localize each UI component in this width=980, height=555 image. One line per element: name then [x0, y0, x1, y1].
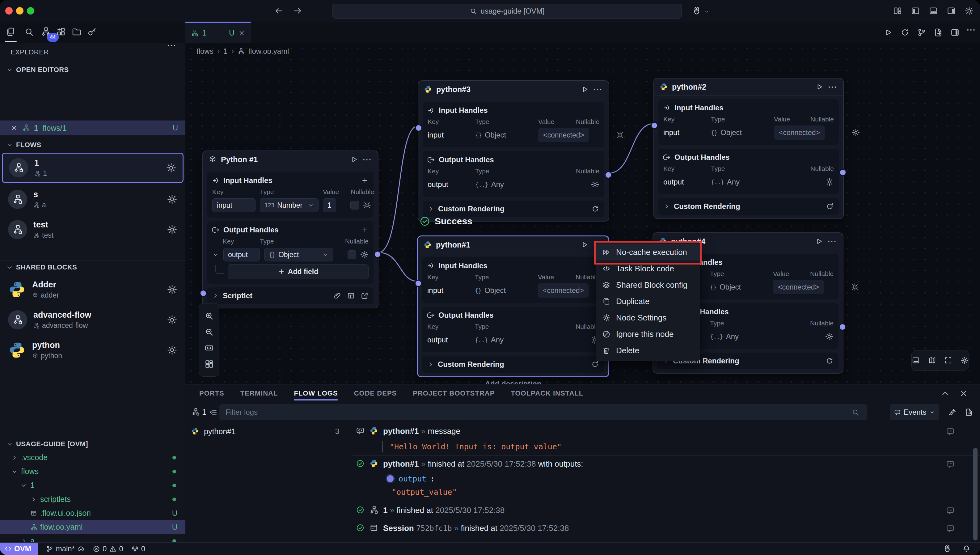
- block-settings-gear-icon[interactable]: [167, 314, 177, 325]
- close-panel-icon[interactable]: [959, 389, 968, 398]
- open-editor-item[interactable]: 1 flows/1 U: [0, 120, 186, 135]
- clear-logs-broom-icon[interactable]: [948, 408, 956, 417]
- toggle-sidebar-left-icon[interactable]: [911, 6, 920, 16]
- tab-project-bootstrap[interactable]: PROJECT BOOTSTRAP: [413, 384, 495, 403]
- run-flow-icon[interactable]: [884, 28, 893, 37]
- mascot-menu-icon[interactable]: [692, 6, 701, 16]
- custom-rendering-section[interactable]: Custom Rendering: [423, 201, 604, 217]
- fit-view-icon[interactable]: [944, 356, 953, 365]
- add-output-icon[interactable]: [361, 226, 368, 234]
- handle-settings-gear-icon[interactable]: [825, 332, 834, 341]
- tree-item-flow-ui-json[interactable]: .flow.ui.oo.jsonU: [0, 506, 186, 520]
- handle-settings-gear-icon[interactable]: [852, 128, 860, 137]
- settings-gear-icon[interactable]: [964, 6, 974, 16]
- notifications-bell-icon[interactable]: [962, 544, 971, 553]
- tab-ports[interactable]: PORTS: [199, 384, 224, 403]
- mascot-chevron-icon[interactable]: [704, 9, 709, 14]
- customize-layout-icon[interactable]: [893, 6, 902, 16]
- rerun-icon[interactable]: [900, 28, 910, 37]
- output-key-field[interactable]: output: [223, 248, 260, 261]
- input-handle-port[interactable]: [200, 290, 207, 297]
- extensions-activity-icon[interactable]: [56, 27, 66, 37]
- input-value-field[interactable]: 1: [323, 198, 336, 212]
- log-entry-finished-flow[interactable]: 1 » finished at 2025/5/30 17:52:38: [356, 505, 504, 515]
- flow-settings-gear-icon[interactable]: [167, 225, 177, 235]
- tree-item-vscode[interactable]: .vscode: [0, 451, 186, 464]
- add-field-button[interactable]: Add field: [228, 264, 368, 279]
- tab-terminal[interactable]: TERMINAL: [240, 384, 278, 403]
- flow-list-item-1[interactable]: 1 1: [2, 152, 184, 183]
- expand-output-icon[interactable]: [212, 251, 219, 258]
- folder-activity-icon[interactable]: [72, 27, 82, 37]
- run-node-icon[interactable]: [815, 83, 823, 91]
- fit-width-icon[interactable]: [205, 343, 214, 353]
- tab-toolpack-install[interactable]: TOOLPACK INSTALL: [511, 384, 583, 403]
- run-node-icon[interactable]: [350, 156, 358, 164]
- panel-toggle-icon[interactable]: [912, 356, 920, 365]
- editor-tab-flow-1[interactable]: 1 U: [186, 22, 251, 43]
- shared-blocks-header[interactable]: SHARED BLOCKS: [0, 260, 186, 274]
- block-settings-gear-icon[interactable]: [167, 284, 177, 295]
- custom-rendering-section[interactable]: Custom Rendering: [422, 356, 604, 373]
- handle-settings-gear-icon[interactable]: [591, 180, 599, 189]
- export-file-icon[interactable]: [934, 28, 943, 37]
- output-handle-port[interactable]: [374, 250, 381, 258]
- nullable-checkbox[interactable]: [350, 201, 359, 210]
- problems-item[interactable]: 0 0: [93, 544, 123, 553]
- shared-block-python[interactable]: python python: [2, 335, 184, 365]
- tab-close-icon[interactable]: [238, 30, 245, 37]
- toggle-sidebar-right-icon[interactable]: [946, 6, 956, 16]
- menu-item-node-settings[interactable]: Node Settings: [596, 310, 700, 326]
- menu-item-delete[interactable]: Delete: [596, 342, 700, 359]
- log-list-icon[interactable]: [209, 408, 218, 417]
- workspace-header[interactable]: USAGE-GUIDE [OVM]: [0, 437, 186, 451]
- output-type-select[interactable]: {}Object: [264, 248, 333, 261]
- add-description-button[interactable]: Add description: [417, 380, 609, 384]
- tree-item-flows[interactable]: flows: [0, 464, 186, 478]
- close-window-button[interactable]: [5, 7, 13, 14]
- breadcrumb[interactable]: flows› 1› flow.oo.yaml: [197, 47, 289, 56]
- flow-canvas[interactable]: flows› 1› flow.oo.yaml Python #1 ⋯ Input…: [186, 43, 980, 384]
- zoom-out-icon[interactable]: [205, 327, 214, 337]
- menu-item-shared-block-config[interactable]: Shared Block config: [596, 277, 700, 293]
- run-node-icon[interactable]: [581, 85, 589, 93]
- events-filter-select[interactable]: Events: [890, 404, 939, 420]
- menu-item-ignore-node[interactable]: Ignore this node: [596, 326, 700, 342]
- flow-settings-gear-icon[interactable]: [166, 162, 176, 173]
- minimize-window-button[interactable]: [16, 7, 24, 14]
- flow-run-ref[interactable]: 1: [202, 407, 207, 417]
- output-handle-port[interactable]: [839, 323, 846, 330]
- zoom-in-icon[interactable]: [205, 311, 214, 321]
- attach-icon[interactable]: [333, 292, 341, 300]
- secrets-activity-icon[interactable]: [87, 27, 97, 37]
- open-editors-header[interactable]: OPEN EDITORS: [0, 63, 186, 77]
- output-handle-port[interactable]: [839, 169, 847, 176]
- comment-icon[interactable]: [946, 506, 955, 515]
- command-center-search[interactable]: usage-guide [OVM]: [332, 4, 682, 19]
- node-python-hash1-editor[interactable]: Python #1 ⋯ Input Handles KeyTypeValueNu…: [202, 151, 378, 308]
- input-handle-port[interactable]: [415, 280, 422, 287]
- git-branch-item[interactable]: main*: [46, 544, 85, 553]
- minimap-icon[interactable]: [928, 356, 937, 365]
- canvas-settings-gear-icon[interactable]: [961, 356, 969, 365]
- flow-list-item-test[interactable]: test test: [2, 215, 184, 245]
- mascot-status-icon[interactable]: [943, 544, 951, 553]
- handle-settings-gear-icon[interactable]: [850, 283, 859, 291]
- input-type-select[interactable]: 123Number: [260, 198, 319, 212]
- toggle-panel-icon[interactable]: [929, 6, 938, 16]
- shared-block-adder[interactable]: Adder adder: [2, 274, 184, 305]
- refresh-icon[interactable]: [826, 357, 834, 365]
- log-scrollbar[interactable]: [973, 448, 978, 541]
- nav-forward-icon[interactable]: [293, 6, 302, 16]
- export-logs-icon[interactable]: [964, 408, 973, 417]
- tree-item-scriptlets[interactable]: scriptlets: [0, 492, 186, 506]
- node-python-hash2[interactable]: python#2 ⋯ Input Handles KeyTypeValueNul…: [653, 78, 844, 219]
- ports-item[interactable]: 0: [131, 544, 145, 553]
- run-node-icon[interactable]: [581, 241, 589, 249]
- search-activity-icon[interactable]: [24, 27, 34, 37]
- run-node-icon[interactable]: [815, 237, 823, 245]
- output-handle-port[interactable]: [605, 171, 612, 179]
- flows-section-header[interactable]: FLOWS: [0, 138, 186, 151]
- handle-settings-gear-icon[interactable]: [825, 178, 834, 186]
- tab-flow-logs[interactable]: FLOW LOGS: [294, 384, 338, 403]
